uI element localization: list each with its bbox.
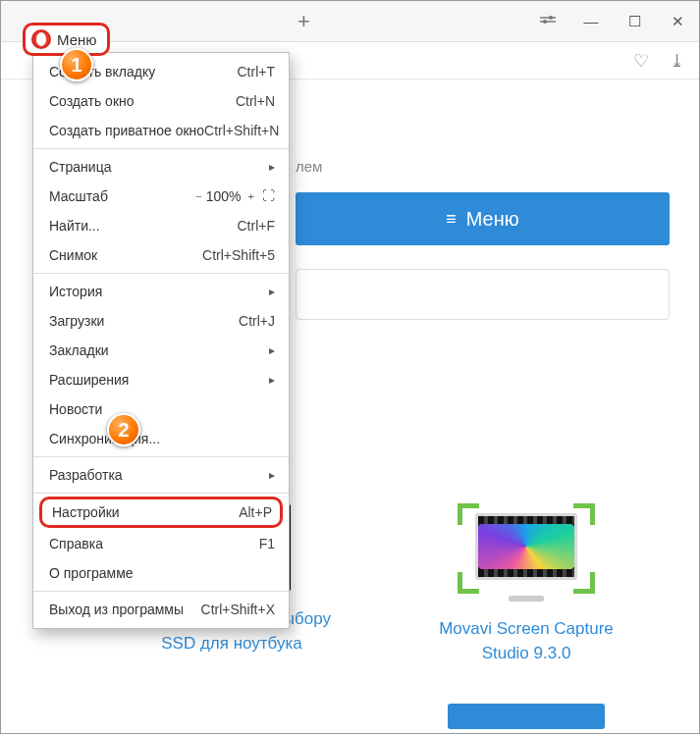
menu-item-history[interactable]: История ▸ xyxy=(33,277,289,306)
opera-logo-icon xyxy=(31,29,51,49)
window-close-button[interactable]: ✕ xyxy=(656,1,699,42)
site-search-box[interactable] xyxy=(296,269,670,320)
chevron-right-icon: ▸ xyxy=(269,464,275,486)
main-menu-label: Меню xyxy=(57,31,97,48)
site-menu-bar[interactable]: ≡ Меню xyxy=(296,192,670,245)
screen-capture-illustration xyxy=(458,503,595,602)
blue-button-partial[interactable] xyxy=(448,704,605,729)
sidebar-toggle-icon[interactable] xyxy=(526,1,569,42)
zoom-out-button[interactable]: − xyxy=(192,185,201,207)
menu-item-news[interactable]: Новости xyxy=(33,394,289,424)
hamburger-icon: ≡ xyxy=(446,209,457,230)
chevron-right-icon: ▸ xyxy=(269,340,275,361)
chevron-right-icon: ▸ xyxy=(269,369,275,391)
window-maximize-button[interactable]: ☐ xyxy=(613,1,656,42)
menu-item-snapshot[interactable]: Снимок Ctrl+Shift+5 xyxy=(33,240,289,270)
menu-separator xyxy=(33,493,289,494)
window-minimize-button[interactable]: — xyxy=(569,1,613,42)
menu-item-about[interactable]: О программе xyxy=(33,558,289,588)
menu-item-extensions[interactable]: Расширения ▸ xyxy=(33,365,289,394)
menu-item-page[interactable]: Страница ▸ xyxy=(33,152,289,182)
breadcrumb-fragment: лем xyxy=(296,158,670,175)
fullscreen-icon[interactable]: ⛶ xyxy=(254,185,275,207)
menu-item-developer[interactable]: Разработка ▸ xyxy=(33,460,289,490)
menu-item-sync[interactable]: Синхронизация... xyxy=(33,424,289,453)
download-icon[interactable]: ⤓ xyxy=(666,50,687,72)
article-title: Movavi Screen Capture Studio 9.3.0 xyxy=(423,617,629,665)
article-card-movavi[interactable]: Movavi Screen Capture Studio 9.3.0 xyxy=(423,503,629,665)
step-marker-1: 1 xyxy=(60,48,93,81)
menu-item-help[interactable]: Справка F1 xyxy=(33,529,289,558)
new-tab-button[interactable]: + xyxy=(286,9,322,34)
zoom-in-button[interactable]: + xyxy=(245,185,254,207)
menu-item-new-window[interactable]: Создать окно Ctrl+N xyxy=(33,86,289,116)
heart-icon[interactable]: ♡ xyxy=(630,50,652,72)
menu-item-downloads[interactable]: Загрузки Ctrl+J xyxy=(33,306,289,336)
site-menu-label: Меню xyxy=(466,208,519,231)
main-menu-dropdown: Создать вкладку Ctrl+T Создать окно Ctrl… xyxy=(32,52,290,629)
menu-item-exit[interactable]: Выход из программы Ctrl+Shift+X xyxy=(33,595,289,624)
menu-separator xyxy=(33,591,289,592)
menu-item-find[interactable]: Найти... Ctrl+F xyxy=(33,211,289,240)
menu-separator xyxy=(33,148,289,149)
chevron-right-icon: ▸ xyxy=(269,156,275,178)
svg-point-2 xyxy=(549,16,553,20)
menu-item-bookmarks[interactable]: Закладки ▸ xyxy=(33,336,289,365)
chevron-right-icon: ▸ xyxy=(269,281,275,302)
step-marker-2: 2 xyxy=(107,413,140,446)
svg-point-3 xyxy=(543,20,547,24)
zoom-value: 100% xyxy=(202,185,245,207)
menu-item-zoom[interactable]: Масштаб − 100% + ⛶ xyxy=(33,182,289,211)
menu-item-settings[interactable]: Настройки Alt+P xyxy=(39,497,283,528)
menu-separator xyxy=(33,273,289,274)
menu-separator xyxy=(33,456,289,457)
menu-item-new-private-window[interactable]: Создать приватное окно Ctrl+Shift+N xyxy=(33,116,289,145)
